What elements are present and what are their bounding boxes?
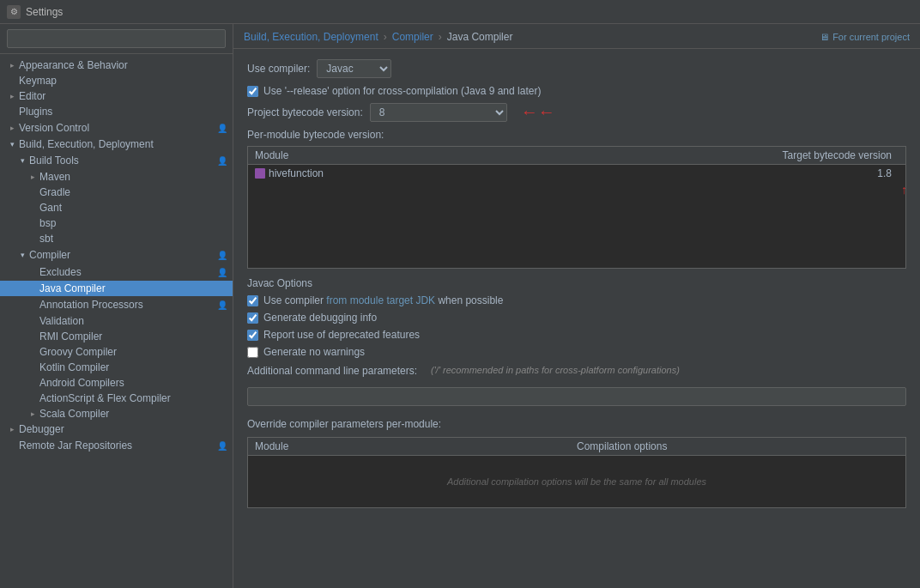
javac-label-opt3: Report use of deprecated features bbox=[263, 329, 420, 341]
javac-options-title: Javac Options bbox=[247, 277, 906, 289]
sidebar-item-sbt[interactable]: sbt bbox=[0, 231, 233, 246]
sidebar-label-debugger: Debugger bbox=[19, 423, 233, 435]
bytecode-select[interactable]: 8 9 10 11 bbox=[370, 103, 507, 122]
module-col-header: Module bbox=[255, 149, 761, 161]
sidebar-item-validation[interactable]: Validation bbox=[0, 313, 233, 329]
javac-label-opt4: Generate no warnings bbox=[263, 346, 365, 358]
sidebar-label-build-tools: Build Tools bbox=[29, 155, 215, 167]
expand-arrow-version-control[interactable]: ▸ bbox=[7, 123, 17, 133]
release-option-checkbox[interactable] bbox=[247, 86, 258, 97]
module-table: Module Target bytecode version hivefunct… bbox=[247, 146, 906, 269]
sidebar-item-editor[interactable]: ▸Editor bbox=[0, 88, 233, 104]
sidebar-item-remote-jar-repos[interactable]: Remote Jar Repositories👤 bbox=[0, 437, 233, 454]
sidebar-label-bsp: bsp bbox=[39, 217, 233, 229]
sidebar-item-android-compilers[interactable]: Android Compilers bbox=[0, 375, 233, 391]
expand-arrow-scala-compiler[interactable]: ▸ bbox=[27, 409, 38, 419]
javac-label-opt1: Use compiler from module target JDK when… bbox=[263, 294, 503, 306]
additional-params-input[interactable] bbox=[247, 387, 906, 406]
expand-arrow-editor[interactable]: ▸ bbox=[7, 91, 17, 101]
target-col-header: Target bytecode version bbox=[761, 149, 899, 161]
project-bytecode-label: Project bytecode version: bbox=[247, 106, 363, 118]
sidebar-label-gradle: Gradle bbox=[39, 186, 233, 198]
javac-option-row-opt2: Generate debugging info bbox=[247, 312, 906, 324]
table-row[interactable]: hivefunction1.8↑ bbox=[248, 165, 905, 182]
settings-body: Use compiler: Javac Eclipse Ajc Use '--r… bbox=[233, 49, 920, 588]
sidebar-item-gradle[interactable]: Gradle bbox=[0, 185, 233, 200]
sidebar-item-build-tools[interactable]: ▾Build Tools👤 bbox=[0, 152, 233, 169]
sidebar-label-kotlin-compiler: Kotlin Compiler bbox=[39, 361, 233, 373]
sidebar-item-excludes[interactable]: Excludes👤 bbox=[0, 264, 233, 281]
for-current-project-label: For current project bbox=[832, 32, 910, 42]
search-container bbox=[0, 24, 233, 54]
sidebar-item-bsp[interactable]: bsp bbox=[0, 215, 233, 231]
release-option-label: Use '--release' option for cross-compila… bbox=[263, 85, 541, 97]
module-icon bbox=[255, 168, 265, 179]
use-compiler-label: Use compiler: bbox=[247, 63, 310, 75]
breadcrumb-build[interactable]: Build, Execution, Deployment bbox=[244, 31, 378, 43]
sidebar-item-compiler[interactable]: ▾Compiler👤 bbox=[0, 246, 233, 264]
sidebar-item-keymap[interactable]: Keymap bbox=[0, 73, 233, 88]
pin-icon-compiler: 👤 bbox=[215, 248, 229, 262]
breadcrumb-java-compiler: Java Compiler bbox=[447, 31, 513, 43]
sidebar-item-groovy-compiler[interactable]: Groovy Compiler bbox=[0, 344, 233, 360]
override-section-label: Override compiler parameters per-module: bbox=[247, 418, 906, 430]
sidebar-label-appearance: Appearance & Behavior bbox=[19, 59, 233, 71]
sidebar-item-maven[interactable]: ▸Maven bbox=[0, 169, 233, 185]
override-table-header: Module Compilation options bbox=[248, 438, 905, 456]
override-module-header: Module bbox=[255, 440, 577, 452]
breadcrumb-sep1: › bbox=[384, 31, 387, 43]
expand-arrow-appearance[interactable]: ▸ bbox=[7, 60, 17, 70]
breadcrumb-left: Build, Execution, Deployment › Compiler … bbox=[244, 31, 512, 43]
sidebar-item-gant[interactable]: Gant bbox=[0, 200, 233, 215]
blue-text: from module target JDK bbox=[326, 294, 435, 306]
additional-params-label: Additional command line parameters: bbox=[247, 365, 417, 377]
sidebar-item-debugger[interactable]: ▸Debugger bbox=[0, 421, 233, 437]
expand-arrow-build-exec-deploy[interactable]: ▾ bbox=[7, 139, 17, 149]
sidebar-label-plugins: Plugins bbox=[19, 106, 233, 118]
javac-checkbox-opt2[interactable] bbox=[247, 312, 258, 324]
sidebar-item-annotation-processors[interactable]: Annotation Processors👤 bbox=[0, 296, 233, 313]
javac-options-container: Use compiler from module target JDK when… bbox=[247, 294, 906, 358]
target-cell: 1.8↑ bbox=[761, 167, 899, 179]
sidebar-label-rmi-compiler: RMI Compiler bbox=[39, 330, 233, 342]
sidebar-item-rmi-compiler[interactable]: RMI Compiler bbox=[0, 329, 233, 344]
settings-icon: ⚙ bbox=[7, 5, 21, 19]
sidebar-item-java-compiler[interactable]: Java Compiler bbox=[0, 281, 233, 296]
javac-option-row-opt4: Generate no warnings bbox=[247, 346, 906, 358]
sidebar-item-version-control[interactable]: ▸Version Control👤 bbox=[0, 119, 233, 136]
sidebar-item-build-exec-deploy[interactable]: ▾Build, Execution, Deployment bbox=[0, 136, 233, 152]
sidebar-item-plugins[interactable]: Plugins bbox=[0, 104, 233, 119]
for-current-project[interactable]: 🖥 For current project bbox=[820, 32, 910, 42]
search-input[interactable] bbox=[7, 29, 226, 48]
javac-checkbox-opt1[interactable] bbox=[247, 295, 258, 306]
bytecode-arrow-indicator: ←← bbox=[521, 102, 555, 122]
javac-checkbox-opt4[interactable] bbox=[247, 347, 258, 358]
javac-option-row-opt1: Use compiler from module target JDK when… bbox=[247, 294, 906, 306]
breadcrumb-compiler[interactable]: Compiler bbox=[392, 31, 433, 43]
sidebar-label-build-exec-deploy: Build, Execution, Deployment bbox=[19, 138, 233, 150]
breadcrumb-sep2: › bbox=[439, 31, 442, 43]
sidebar-label-scala-compiler: Scala Compiler bbox=[39, 408, 233, 420]
project-icon-breadcrumb: 🖥 bbox=[820, 32, 829, 42]
sidebar-item-appearance[interactable]: ▸Appearance & Behavior bbox=[0, 58, 233, 73]
expand-arrow-compiler[interactable]: ▾ bbox=[17, 250, 27, 260]
main-layout: ▸Appearance & BehaviorKeymap▸EditorPlugi… bbox=[0, 24, 920, 588]
compiler-select[interactable]: Javac Eclipse Ajc bbox=[317, 59, 391, 78]
javac-checkbox-opt3[interactable] bbox=[247, 330, 258, 341]
expand-arrow-maven[interactable]: ▸ bbox=[27, 172, 38, 182]
expand-arrow-build-tools[interactable]: ▾ bbox=[17, 155, 27, 166]
sidebar-label-maven: Maven bbox=[39, 171, 233, 183]
additional-params-row: Additional command line parameters: ('/'… bbox=[247, 365, 906, 377]
sidebar-label-android-compilers: Android Compilers bbox=[39, 377, 233, 389]
sidebar-item-actionscript-compiler[interactable]: ActionScript & Flex Compiler bbox=[0, 391, 233, 406]
additional-params-hint: ('/' recommended in paths for cross-plat… bbox=[431, 365, 680, 375]
pin-icon-annotation-processors: 👤 bbox=[215, 298, 229, 312]
module-name: hivefunction bbox=[269, 167, 324, 179]
javac-label-opt2: Generate debugging info bbox=[263, 312, 377, 324]
sidebar-label-groovy-compiler: Groovy Compiler bbox=[39, 346, 233, 358]
module-cell: hivefunction bbox=[255, 167, 761, 179]
sidebar-item-scala-compiler[interactable]: ▸Scala Compiler bbox=[0, 406, 233, 421]
pin-icon-version-control: 👤 bbox=[215, 121, 229, 135]
expand-arrow-debugger[interactable]: ▸ bbox=[7, 424, 17, 434]
sidebar-item-kotlin-compiler[interactable]: Kotlin Compiler bbox=[0, 360, 233, 375]
